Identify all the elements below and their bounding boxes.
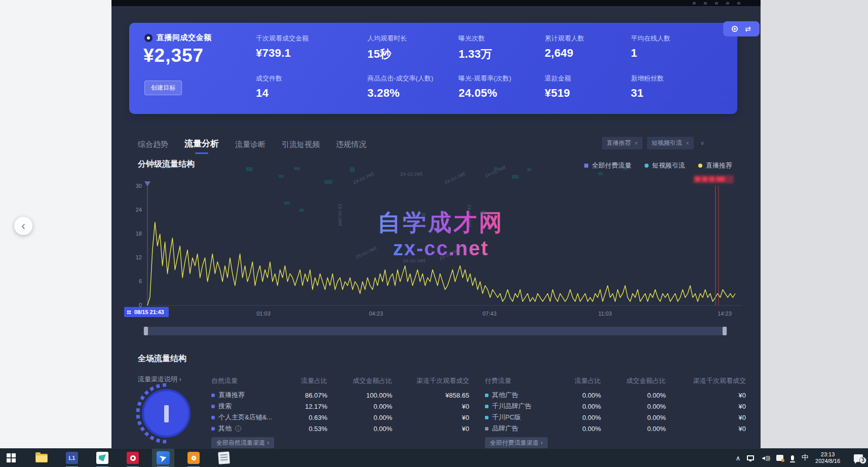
- tab-1[interactable]: 流量分析: [184, 138, 219, 154]
- tab-3[interactable]: 引流短视频: [282, 140, 320, 154]
- start-button[interactable]: [0, 449, 22, 467]
- channel-dot: [211, 394, 215, 397]
- chevron-down-icon[interactable]: ∨: [700, 140, 704, 146]
- swap-icon[interactable]: ⇄: [745, 25, 751, 32]
- channel-name: 千川PC版: [492, 413, 521, 422]
- taskbar-app-recorder[interactable]: [122, 449, 144, 467]
- gear-icon[interactable]: [732, 26, 738, 32]
- legend-marker: [645, 164, 649, 168]
- create-goal-button[interactable]: 创建目标: [144, 81, 182, 95]
- channel-dot: [485, 416, 488, 419]
- taskbar-app-browser[interactable]: [152, 449, 174, 467]
- dashboard-window: 直播间成交金额 ¥2,357 创建目标 千次观看成交金额¥739.1人均观看时长…: [111, 0, 761, 448]
- slider-handle-left[interactable]: [144, 327, 148, 335]
- y-tick-label: 30: [130, 183, 142, 189]
- taskbar-clock[interactable]: 23:13 2024/8/16: [815, 451, 840, 464]
- channel-name: 直播推荐: [218, 391, 245, 400]
- channel-label: 其他广告: [485, 391, 558, 400]
- carousel-prev-button[interactable]: ‹: [14, 217, 32, 235]
- table-footer-link[interactable]: 全部自然流量渠道›: [211, 437, 274, 448]
- teal-app-icon: [96, 452, 108, 464]
- volume-icon[interactable]: ◄))): [761, 455, 770, 461]
- table-footer-link[interactable]: 全部付费流量渠道›: [485, 437, 548, 448]
- banner-metric: 曝光次数1.33万: [459, 34, 545, 62]
- watermark-url: zx-cc.net: [393, 237, 488, 260]
- metric-label: 千次观看成交金额: [256, 34, 367, 43]
- table-row: 品牌广告0.00%0.00%¥0: [485, 423, 746, 434]
- table-row: 搜索12.17%0.00%¥0: [211, 401, 469, 412]
- metric-value: 1.33万: [459, 47, 545, 62]
- chevron-up-icon[interactable]: ∧: [736, 454, 741, 462]
- taskbar-file-explorer[interactable]: [30, 449, 53, 467]
- close-icon[interactable]: ×: [634, 140, 638, 146]
- microphone-icon[interactable]: [791, 455, 794, 460]
- network-icon[interactable]: [747, 455, 754, 460]
- legend-marker: [584, 164, 588, 168]
- natural-traffic-table: 自然流量流量占比成交金额占比渠道千次观看成交直播推荐86.07%100.00%¥…: [211, 376, 469, 448]
- legend-item[interactable]: 直播推荐: [698, 161, 732, 170]
- table-cell-value: ¥0: [666, 392, 746, 399]
- banner-metric: 新增粉丝数31: [631, 74, 727, 100]
- tab-0[interactable]: 综合趋势: [138, 140, 168, 154]
- close-icon[interactable]: ×: [686, 140, 689, 146]
- artifact-blob: [527, 168, 531, 171]
- tab-4[interactable]: 违规情况: [336, 140, 366, 154]
- table-cell-value: 0.00%: [601, 425, 666, 433]
- chart-range-slider[interactable]: [143, 327, 727, 335]
- notepad-icon: [218, 451, 230, 464]
- y-tick-label: 24: [130, 207, 142, 213]
- table-header-row: 自然流量流量占比成交金额占比渠道千次观看成交: [211, 376, 469, 386]
- info-icon[interactable]: i: [235, 425, 241, 432]
- artifact-blob: [512, 175, 519, 179]
- banner-metric: 成交件数14: [256, 74, 367, 100]
- table-cell-value: 12.17%: [285, 403, 327, 410]
- table-row: 直播推荐86.07%100.00%¥858.65: [211, 390, 469, 401]
- channel-dot: [485, 394, 488, 397]
- table-group-name: 自然流量: [211, 376, 285, 385]
- notification-center-icon[interactable]: 3: [854, 454, 863, 462]
- metric-value: 31: [631, 87, 727, 100]
- watermark-text: zx-cc.net: [337, 204, 344, 226]
- metric-value: 2,649: [545, 47, 631, 60]
- summary-banner: 直播间成交金额 ¥2,357 创建目标 千次观看成交金额¥739.1人均观看时长…: [129, 23, 737, 114]
- metric-label: 平均在线人数: [631, 34, 727, 43]
- ime-indicator[interactable]: 中: [802, 453, 809, 462]
- metric-label: 退款金额: [545, 74, 631, 83]
- artifact-blob: [279, 175, 284, 178]
- column-header: 成交金额占比: [601, 376, 666, 385]
- legend-label: 短视频引流: [652, 161, 685, 170]
- taskbar-app-l1[interactable]: L1: [61, 449, 83, 467]
- x-tick-label: 01:03: [256, 310, 271, 317]
- taskbar-app-orange[interactable]: [182, 449, 205, 467]
- minute-section-title: 分钟级流量结构: [138, 159, 195, 170]
- filter-tag[interactable]: 短视频引流×: [647, 137, 694, 149]
- table-row: 千川PC版0.00%0.00%¥0: [485, 412, 746, 423]
- table-cell-value: ¥0: [392, 425, 469, 433]
- red-annotation: [693, 175, 734, 183]
- legend-item[interactable]: 短视频引流: [645, 161, 685, 170]
- taskbar-notepad[interactable]: [213, 449, 235, 467]
- banner-metric: 人均观看时长15秒: [367, 34, 459, 62]
- table-cell-value: ¥0: [392, 414, 469, 421]
- channel-name: 其他广告: [492, 391, 518, 400]
- banner-metric: 平均在线人数1: [631, 34, 727, 62]
- taskbar-app-teal[interactable]: [91, 449, 114, 467]
- filter-tag[interactable]: 直播推荐×: [602, 137, 643, 149]
- filter-tags: 直播推荐×短视频引流×∨: [602, 137, 704, 149]
- table-cell-value: 0.00%: [327, 403, 392, 410]
- footer-label: 全部付费流量渠道: [490, 439, 539, 446]
- table-cell-value: 0.00%: [558, 414, 601, 421]
- notification-badge: 3: [859, 457, 866, 464]
- recorder-app-icon: [127, 452, 139, 464]
- metric-value: ¥739.1: [256, 47, 367, 60]
- chevron-right-icon: ›: [267, 439, 269, 446]
- tab-2[interactable]: 流量诊断: [235, 140, 266, 154]
- column-header: 流量占比: [285, 376, 327, 385]
- table-row: 其他i0.53%0.00%¥0: [211, 423, 469, 434]
- table-cell-value: 0.00%: [327, 425, 392, 433]
- table-cell-value: ¥0: [666, 403, 746, 410]
- screenshot-tool-icon[interactable]: [776, 455, 783, 461]
- slider-handle-right[interactable]: [723, 327, 727, 335]
- channel-name: 个人主页&店铺&...: [218, 413, 272, 422]
- legend-marker: [698, 164, 702, 168]
